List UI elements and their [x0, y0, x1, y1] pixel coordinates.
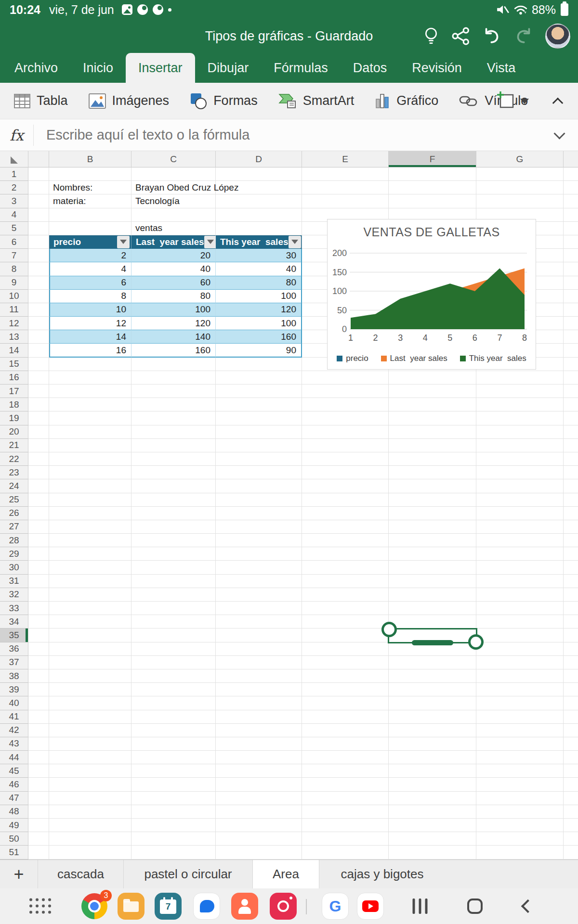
cell-H30[interactable]: [564, 561, 578, 574]
cell-D12[interactable]: 100: [216, 317, 302, 330]
row-header-12[interactable]: 12: [0, 317, 28, 330]
cell-D7[interactable]: 30: [216, 249, 302, 262]
row-header-37[interactable]: 37: [0, 656, 28, 669]
cell-C29[interactable]: [131, 547, 216, 561]
cell-A27[interactable]: [28, 520, 49, 534]
sheet-tab-Area[interactable]: Area: [252, 860, 319, 888]
cell-A3[interactable]: [28, 194, 49, 208]
cell-H32[interactable]: [564, 588, 578, 602]
cell-F45[interactable]: [389, 764, 476, 778]
selection-handle-top-left[interactable]: [381, 622, 397, 637]
cell-E26[interactable]: [302, 507, 389, 520]
cell-A37[interactable]: [28, 656, 49, 669]
ribbon-tab-revisión[interactable]: Revisión: [399, 53, 474, 83]
cell-H38[interactable]: [564, 669, 578, 683]
row-header-35[interactable]: 35: [0, 629, 28, 642]
cell-C5[interactable]: ventas: [131, 222, 216, 235]
files-button[interactable]: [118, 893, 144, 920]
row-header-30[interactable]: 30: [0, 561, 28, 574]
cell-E37[interactable]: [302, 656, 389, 669]
cell-H3[interactable]: [564, 194, 578, 208]
cell-G45[interactable]: [476, 764, 564, 778]
cell-D4[interactable]: [216, 208, 302, 222]
cell-A21[interactable]: [28, 439, 49, 452]
cell-A1[interactable]: [28, 167, 49, 181]
ribbon-tab-insertar[interactable]: Insertar: [126, 53, 195, 83]
camera-button[interactable]: [270, 893, 297, 920]
avatar[interactable]: [545, 24, 570, 49]
cell-A41[interactable]: [28, 710, 49, 724]
cell-H23[interactable]: [564, 466, 578, 479]
cell-F23[interactable]: [389, 466, 476, 479]
ribbon-tab-inicio[interactable]: Inicio: [70, 53, 126, 83]
column-header-D[interactable]: D: [216, 151, 302, 167]
cell-C31[interactable]: [131, 575, 216, 588]
row-header-45[interactable]: 45: [0, 764, 28, 778]
cell-B1[interactable]: [49, 167, 131, 181]
cell-D47[interactable]: [216, 792, 302, 805]
cell-G47[interactable]: [476, 792, 564, 805]
row-header-34[interactable]: 34: [0, 615, 28, 629]
cell-G33[interactable]: [476, 602, 564, 615]
cell-H4[interactable]: [564, 208, 578, 222]
cell-E33[interactable]: [302, 602, 389, 615]
cell-H17[interactable]: [564, 385, 578, 398]
cell-E27[interactable]: [302, 520, 389, 534]
cell-C2[interactable]: Brayan Obed Cruz López: [131, 181, 216, 194]
cell-D50[interactable]: [216, 832, 302, 846]
row-header-19[interactable]: 19: [0, 411, 28, 425]
cell-G43[interactable]: [476, 737, 564, 751]
cell-E28[interactable]: [302, 534, 389, 547]
cell-A45[interactable]: [28, 764, 49, 778]
cell-D37[interactable]: [216, 656, 302, 669]
sheet-tab-cajas-y-bigotes[interactable]: cajas y bigotes: [319, 860, 445, 888]
ribbon-tab-vista[interactable]: Vista: [474, 53, 528, 83]
row-header-51[interactable]: 51: [0, 846, 28, 859]
cell-G51[interactable]: [476, 846, 564, 859]
cell-C27[interactable]: [131, 520, 216, 534]
cell-A7[interactable]: [28, 249, 49, 262]
cell-F19[interactable]: [389, 411, 476, 425]
filter-dropdown-button[interactable]: [289, 236, 301, 248]
cell-C34[interactable]: [131, 615, 216, 629]
cell-C3[interactable]: Tecnología: [131, 194, 216, 208]
cell-A5[interactable]: [28, 222, 49, 235]
cell-G38[interactable]: [476, 669, 564, 683]
cell-B8[interactable]: 4: [49, 262, 131, 276]
row-header-14[interactable]: 14: [0, 344, 28, 357]
cell-E19[interactable]: [302, 411, 389, 425]
cell-D46[interactable]: [216, 778, 302, 791]
cell-D13[interactable]: 160: [216, 330, 302, 344]
cell-H6[interactable]: [564, 235, 578, 249]
cell-F42[interactable]: [389, 724, 476, 737]
cell-G49[interactable]: [476, 819, 564, 832]
cell-B12[interactable]: 12: [49, 317, 131, 330]
cell-H9[interactable]: [564, 276, 578, 290]
row-header-38[interactable]: 38: [0, 669, 28, 683]
cell-A24[interactable]: [28, 479, 49, 493]
cell-H16[interactable]: [564, 371, 578, 385]
cell-B23[interactable]: [49, 466, 131, 479]
cell-H37[interactable]: [564, 656, 578, 669]
cell-C35[interactable]: [131, 629, 216, 642]
column-header-G[interactable]: G: [476, 151, 564, 167]
collapse-ribbon-icon[interactable]: [552, 98, 564, 109]
cell-B50[interactable]: [49, 832, 131, 846]
row-header-27[interactable]: 27: [0, 520, 28, 534]
cell-A9[interactable]: [28, 276, 49, 290]
cell-H33[interactable]: [564, 602, 578, 615]
cell-C13[interactable]: 140: [131, 330, 216, 344]
row-header-36[interactable]: 36: [0, 642, 28, 656]
cell-F29[interactable]: [389, 547, 476, 561]
cell-D27[interactable]: [216, 520, 302, 534]
cell-E46[interactable]: [302, 778, 389, 791]
cell-E31[interactable]: [302, 575, 389, 588]
cell-D44[interactable]: [216, 751, 302, 764]
cell-E36[interactable]: [302, 642, 389, 656]
cell-H20[interactable]: [564, 425, 578, 439]
cell-H50[interactable]: [564, 832, 578, 846]
back-button[interactable]: [514, 893, 541, 920]
cell-H48[interactable]: [564, 805, 578, 819]
cell-G3[interactable]: [476, 194, 564, 208]
app-drawer-button[interactable]: [27, 893, 54, 920]
